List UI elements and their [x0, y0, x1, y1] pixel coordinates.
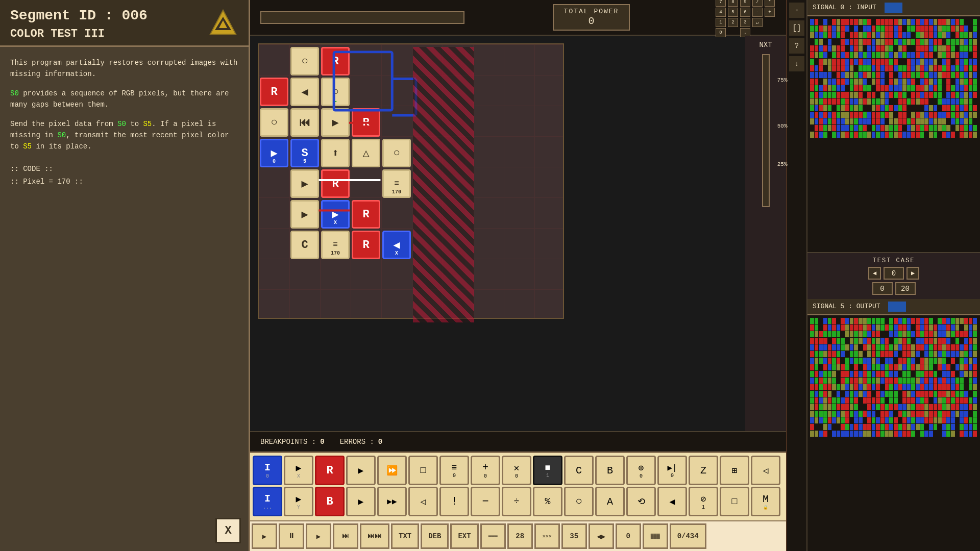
- tile-blue-x-r6c4[interactable]: ◀ X: [382, 231, 411, 259]
- tile-back-r1c1[interactable]: ◀: [290, 78, 319, 106]
- action-bar: ▶ ⏸ ▶ ⏭ ⏭⏭ TXT DEB EXT ═══ 28 ✕✕✕ 35 ◀▶ …: [250, 520, 786, 551]
- tile-circle-r1c2[interactable]: ○ ▬: [321, 78, 350, 106]
- tile-blue-play-r5c2[interactable]: ▶ X: [321, 200, 350, 229]
- tile-R-r4c2[interactable]: R: [321, 169, 350, 198]
- numpad-4[interactable]: 4: [716, 8, 726, 17]
- tool-btn-M[interactable]: M🔒: [751, 487, 780, 516]
- action-step-fwd[interactable]: ⏭: [333, 523, 358, 549]
- tile-blue-play-r3c0[interactable]: ▶ 0: [260, 139, 288, 167]
- tile-triangle-r3c3[interactable]: △: [352, 139, 380, 167]
- numpad-mul[interactable]: *: [765, 0, 775, 7]
- action-lr-arrows[interactable]: ◀▶: [589, 523, 614, 549]
- tool-btn-x-0[interactable]: ✕0: [502, 456, 531, 485]
- numpad-minus[interactable]: -: [752, 8, 763, 17]
- side-help: - [] ? ↓: [786, 0, 806, 551]
- tile-circle-r0c1[interactable]: ○: [290, 47, 319, 76]
- tool-btn-back2[interactable]: ◁: [408, 487, 438, 516]
- tile-R-r5c3[interactable]: R: [352, 200, 380, 229]
- tool-btn-sq2[interactable]: □: [720, 487, 749, 516]
- action-play[interactable]: ▶: [252, 523, 277, 549]
- tile-R-r2c3[interactable]: R: [352, 108, 380, 137]
- tool-btn-circle-plus-0[interactable]: ⊕0: [626, 456, 656, 485]
- numpad-div[interactable]: /: [752, 0, 763, 7]
- tile-eq170-r6c2[interactable]: ≡ 170: [321, 231, 350, 259]
- side-btn-arrow-down[interactable]: ↓: [789, 56, 804, 71]
- action-num-35[interactable]: 35: [561, 523, 587, 549]
- numpad-7[interactable]: 7: [716, 0, 726, 7]
- tile-rewind-r2c1[interactable]: ⏮: [290, 108, 319, 137]
- tool-btn-eq-0[interactable]: ≡0: [439, 456, 469, 485]
- tile-eq170-r4c4[interactable]: ≡ 170: [382, 169, 411, 198]
- description-text-2: S0 provides a sequence of RGB pixels, bu…: [10, 88, 238, 111]
- tool-btn-black-1[interactable]: ■1: [533, 456, 562, 485]
- tool-btn-playbar-0[interactable]: ▶|0: [657, 456, 687, 485]
- numpad-6[interactable]: 6: [740, 8, 750, 17]
- tool-btn-pct[interactable]: %: [533, 487, 562, 516]
- tool-btn-slash-1[interactable]: ⊘1: [689, 487, 718, 516]
- tile-play-r5c1[interactable]: ▶: [290, 200, 319, 229]
- tile-play-r2c2[interactable]: ▶: [321, 108, 350, 137]
- numpad-plus[interactable]: +: [765, 8, 775, 17]
- tile-C-r6c1[interactable]: C: [290, 231, 319, 259]
- tile-circle-r2c0[interactable]: ○: [260, 108, 288, 137]
- tile-blue-s-r3c1[interactable]: S 5: [290, 139, 319, 167]
- numpad-1[interactable]: 1: [716, 18, 726, 27]
- numpad-enter[interactable]: ↵: [752, 18, 763, 27]
- action-shade[interactable]: ▓▓▓: [643, 523, 668, 549]
- segment-header: Segment ID : 006 COLOR TEST III: [0, 0, 249, 47]
- close-button[interactable]: X: [215, 518, 241, 543]
- pct-75: 75%: [777, 77, 788, 83]
- tool-btn-I-dots[interactable]: I...: [253, 487, 282, 516]
- tool-btn-circle[interactable]: ○: [564, 487, 594, 516]
- tool-btn-back[interactable]: ◁: [751, 456, 780, 485]
- tool-btn-C[interactable]: C: [564, 456, 594, 485]
- tool-btn-R[interactable]: R: [315, 456, 345, 485]
- tool-btn-A[interactable]: A: [595, 487, 625, 516]
- tool-btn-Z[interactable]: Z: [689, 456, 718, 485]
- tool-btn-ffwd[interactable]: ⏩: [377, 456, 407, 485]
- action-deb[interactable]: DEB: [421, 523, 449, 549]
- tool-btn-ffwd2[interactable]: ▶▶: [377, 487, 407, 516]
- tile-circle-r3c4[interactable]: ○: [382, 139, 411, 167]
- numpad-3[interactable]: 3: [740, 18, 750, 27]
- tool-btn-plus-0[interactable]: +0: [471, 456, 500, 485]
- action-ext[interactable]: EXT: [450, 523, 478, 549]
- slider-track[interactable]: [762, 54, 770, 207]
- side-btn-minus[interactable]: -: [789, 3, 804, 18]
- tool-btn-I-0[interactable]: I0: [253, 456, 282, 485]
- action-num-28[interactable]: 28: [507, 523, 533, 549]
- tool-btn-excl[interactable]: !: [439, 487, 469, 516]
- tool-btn-left[interactable]: ◀: [657, 487, 687, 516]
- tool-btn-minus[interactable]: −: [471, 487, 500, 516]
- numpad-8[interactable]: 8: [728, 0, 738, 7]
- tool-btn-play[interactable]: ▶: [346, 456, 376, 485]
- action-txt[interactable]: TXT: [391, 523, 419, 549]
- numpad-5[interactable]: 5: [728, 8, 738, 17]
- side-btn-question[interactable]: ?: [789, 38, 804, 54]
- tool-btn-square[interactable]: □: [408, 456, 438, 485]
- tool-btn-rotate[interactable]: ⟲: [626, 487, 656, 516]
- tool-btn-play-2[interactable]: ▶: [346, 487, 376, 516]
- tile-R-r1c0[interactable]: R: [260, 78, 288, 106]
- action-zero[interactable]: 0: [616, 523, 641, 549]
- tool-btn-grid[interactable]: ⊞: [720, 456, 749, 485]
- tile-R-r6c3[interactable]: R: [352, 231, 380, 259]
- segment-id: Segment ID : 006: [10, 8, 238, 23]
- action-step[interactable]: ▶: [306, 523, 331, 549]
- tool-btn-div[interactable]: ÷: [502, 487, 531, 516]
- tile-uparrow-r3c2[interactable]: ⬆: [321, 139, 350, 167]
- side-btn-bracket[interactable]: []: [789, 20, 804, 36]
- action-pause[interactable]: ⏸: [279, 523, 304, 549]
- action-fast-fwd[interactable]: ⏭⏭: [360, 523, 389, 549]
- action-x-dots[interactable]: ✕✕✕: [534, 523, 560, 549]
- tool-btn-play-x[interactable]: ▶X: [284, 456, 313, 485]
- tool-btn-play-y[interactable]: ▶Y: [284, 487, 313, 516]
- test-prev-btn[interactable]: ◀: [868, 267, 881, 280]
- tile-play-r4c1[interactable]: ▶: [290, 169, 319, 198]
- tool-btn-B[interactable]: B: [595, 456, 625, 485]
- tile-R-r0c2[interactable]: R: [321, 47, 350, 76]
- test-next-btn[interactable]: ▶: [906, 267, 919, 280]
- numpad-2[interactable]: 2: [728, 18, 738, 27]
- numpad-9[interactable]: 9: [740, 0, 750, 7]
- tool-btn-B-red[interactable]: B: [315, 487, 345, 516]
